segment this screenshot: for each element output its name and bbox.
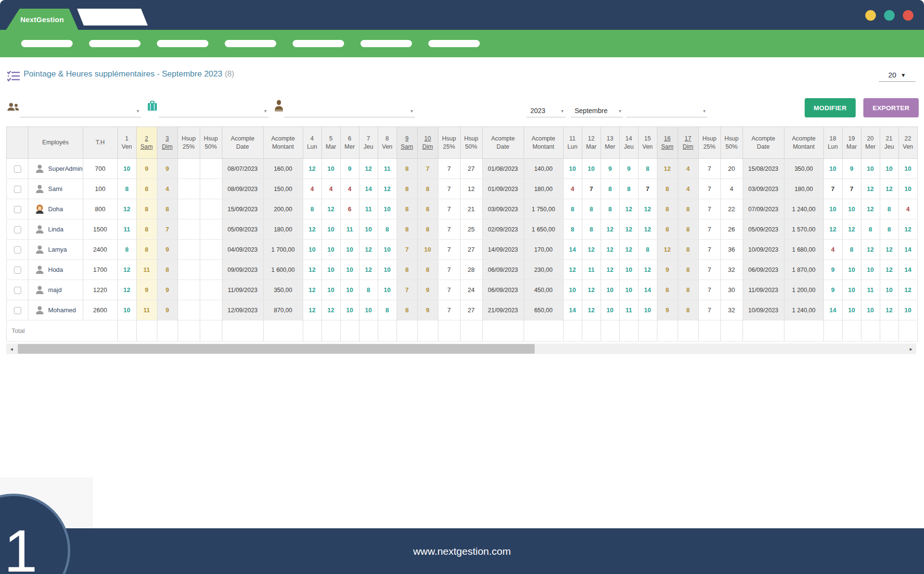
table-cell-d12: 12 [582, 300, 601, 320]
nav-item-placeholder[interactable] [293, 40, 344, 47]
table-cell-d9: 8 [397, 300, 417, 320]
employee-name[interactable]: Hoda [48, 266, 63, 273]
scroll-left-arrow[interactable]: ◂ [7, 344, 16, 354]
column-header-d2[interactable]: 2Sam [136, 127, 157, 159]
column-header-th: T.H [83, 127, 117, 159]
table-cell-d17: 8 [678, 240, 698, 260]
table-cell-d14: 11 [619, 300, 638, 320]
scroll-right-arrow[interactable]: ▸ [907, 344, 915, 354]
employee-name[interactable]: Sami [48, 185, 63, 192]
table-cell-d16: 12 [657, 159, 678, 179]
employee-name[interactable]: Linda [48, 226, 64, 233]
employee-name[interactable]: Mohamed [48, 306, 76, 314]
column-header-d21: 21Jeu [880, 127, 898, 159]
total-cell [524, 320, 563, 342]
chevron-down-icon: ▼ [900, 72, 906, 78]
table-cell-d3: 7 [157, 219, 178, 240]
table-cell-d8: 10 [378, 199, 397, 219]
table-cell-d6: 6 [340, 199, 359, 219]
row-checkbox[interactable] [14, 206, 21, 213]
table-cell-d19: 9 [842, 159, 861, 179]
table-cell-h50c: 20 [720, 159, 743, 179]
row-checkbox[interactable] [14, 287, 21, 294]
table-cell-d7: 12 [359, 240, 378, 260]
nav-item-placeholder[interactable] [225, 40, 276, 47]
table-cell-d20: 8 [861, 219, 880, 240]
table-cell-d22: 14 [898, 240, 917, 260]
row-checkbox[interactable] [14, 186, 21, 193]
site-filter-select[interactable]: ▾ [159, 105, 269, 117]
table-cell-d19: 10 [842, 260, 861, 280]
table-cell-amb: 1 650,00 [524, 219, 563, 240]
nav-item-placeholder[interactable] [89, 40, 141, 47]
table-cell-d14: 12 [619, 240, 638, 260]
nav-item-placeholder[interactable] [428, 40, 480, 47]
column-header-d16[interactable]: 16Sam [657, 127, 678, 159]
table-cell-h50c: 32 [720, 260, 743, 280]
nav-item-placeholder[interactable] [21, 40, 73, 47]
employee-name[interactable]: Doha [48, 205, 63, 213]
row-checkbox[interactable] [14, 307, 21, 314]
horizontal-scrollbar[interactable]: ◂ ▸ [6, 344, 916, 354]
employee-name[interactable]: majd [48, 286, 62, 293]
total-row: Total [7, 320, 918, 342]
table-cell-d20: 10 [861, 159, 880, 179]
year-select[interactable]: 2023 ▾ [526, 105, 565, 117]
caret-down-icon: ▾ [619, 108, 621, 114]
column-header-d12: 12Mar [582, 127, 601, 159]
row-checkbox[interactable] [14, 166, 21, 173]
row-checkbox[interactable] [14, 226, 21, 233]
column-header-ama: AcompteMontant [263, 127, 303, 159]
table-cell-d20: 12 [861, 199, 880, 219]
column-header-d9[interactable]: 9Sam [397, 127, 417, 159]
employee-filter-select[interactable]: ▾ [284, 105, 415, 117]
window-control-dot[interactable] [884, 10, 895, 21]
table-cell-h50a [200, 159, 222, 179]
nav-item-placeholder[interactable] [157, 40, 208, 47]
table-cell-d12: 7 [582, 179, 601, 199]
timesheet-table: EmployésT.H1Ven2Sam3DimHsup25%Hsup50%Aco… [6, 127, 918, 342]
column-header-d17[interactable]: 17Dim [678, 127, 698, 159]
table-cell-d22: 10 [898, 300, 917, 320]
table-row: Mohamed26001011912/09/2023870,0012121010… [7, 300, 918, 320]
export-button[interactable]: EXPORTER [863, 98, 919, 117]
row-checkbox[interactable] [14, 246, 21, 254]
table-cell-h25c: 7 [698, 300, 720, 320]
table-cell-adb: 02/09/2023 [482, 219, 524, 240]
table-cell-ama: 180,00 [263, 219, 303, 240]
table-cell-d19: 12 [842, 219, 861, 240]
nav-item-placeholder[interactable] [360, 40, 412, 47]
month-select[interactable]: Septembre ▾ [571, 105, 623, 117]
page-size-select[interactable]: 20 ▼ [879, 68, 915, 82]
employee-name[interactable]: SuperAdmin [48, 165, 83, 172]
cell-th: 100 [83, 179, 117, 199]
window-control-dot[interactable] [865, 10, 876, 21]
table-cell-d8: 12 [378, 179, 397, 199]
column-header-amc: AcompteMontant [784, 127, 823, 159]
employees-filter-select[interactable]: ▾ [20, 105, 141, 117]
row-checkbox[interactable] [14, 267, 21, 274]
column-header-h25c: Hsup25% [698, 127, 720, 159]
table-cell-h25b: 7 [438, 179, 460, 199]
table-cell-d19: 10 [842, 280, 861, 300]
column-header-adc: AcompteDate [743, 127, 784, 159]
table-cell-d15: 8 [638, 159, 657, 179]
table-cell-d3: 9 [157, 280, 178, 300]
modify-button[interactable]: MODIFIER [805, 98, 856, 117]
table-cell-d11: 10 [563, 159, 582, 179]
caret-down-icon: ▾ [561, 108, 564, 114]
table-cell-d5: 10 [321, 280, 340, 300]
extra-filter-select[interactable]: ▾ [626, 105, 707, 117]
table-cell-d15: 10 [638, 300, 657, 320]
table-cell-d4: 12 [303, 219, 321, 240]
window-control-dot[interactable] [903, 10, 913, 21]
table-cell-amc: 1 680,00 [784, 240, 823, 260]
column-header-d10[interactable]: 10Dim [417, 127, 438, 159]
scrollbar-thumb[interactable] [18, 344, 535, 354]
column-header-d3[interactable]: 3Dim [157, 127, 178, 159]
table-cell-d19: 10 [842, 199, 861, 219]
table-cell-d5: 12 [321, 300, 340, 320]
table-cell-amb: 140,00 [524, 159, 563, 179]
employee-name[interactable]: Lamya [48, 246, 67, 253]
table-cell-h50c: 4 [720, 179, 743, 199]
